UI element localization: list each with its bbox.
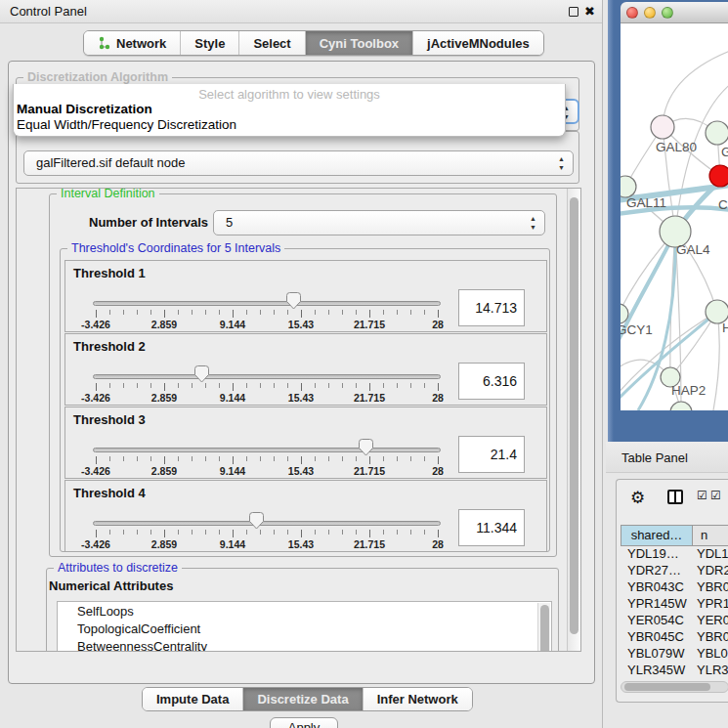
tab-impute-data[interactable]: Impute Data xyxy=(143,688,243,710)
table-row[interactable]: YLR345WYLR3 xyxy=(621,663,728,679)
slider-track[interactable] xyxy=(93,301,441,306)
column-header-name[interactable]: n xyxy=(693,525,728,546)
horizontal-scrollbar[interactable] xyxy=(621,681,728,693)
threshold-label: Threshold 3 xyxy=(73,412,146,427)
threshold-coordinates-legend: Threshold's Coordinates for 5 Intervals xyxy=(67,241,284,255)
network-node[interactable] xyxy=(706,121,728,145)
threshold-coordinates-group: Threshold's Coordinates for 5 Intervals … xyxy=(60,248,550,552)
close-traffic-light[interactable] xyxy=(626,7,638,19)
table-row[interactable]: YDR27…YDR2 xyxy=(621,563,728,579)
threshold-value-field[interactable]: 21.4 xyxy=(458,436,525,473)
float-icon[interactable] xyxy=(569,7,578,17)
numerical-attributes-list: SelfLoops TopologicalCoefficient Between… xyxy=(57,601,552,652)
network-graph: GAL80 GA C GAL11 GAL4 GCY1 H HAP2 xyxy=(621,23,728,410)
table-row[interactable]: YBL079WYBL0 xyxy=(621,646,728,663)
tick-label: 9.144 xyxy=(203,465,262,477)
tab-label: Select xyxy=(253,36,290,51)
zoom-traffic-light[interactable] xyxy=(662,7,673,19)
node-label: GAL11 xyxy=(626,195,666,210)
column-header-shared[interactable]: shared… xyxy=(621,525,693,546)
discretization-algorithm-legend: Discretization Algorithm xyxy=(23,70,172,84)
apply-button[interactable]: Apply xyxy=(270,717,338,728)
tab-style[interactable]: Style xyxy=(181,31,239,55)
threshold-2-panel: Threshold 2 -3.426 2.859 9.144 15.43 21.… xyxy=(64,333,547,406)
top-tab-bar: Network Style Select Cyni Toolbox jActiv… xyxy=(83,30,544,56)
table-row[interactable]: YPR145WYPR1 xyxy=(621,596,728,613)
panel-title: Control Panel xyxy=(10,4,87,19)
tick-label: 15.43 xyxy=(272,392,330,404)
settings-scroll-pane: Interval Definition Number of Intervals … xyxy=(16,188,581,652)
network-node[interactable] xyxy=(621,176,636,197)
scrollbar-thumb[interactable] xyxy=(570,197,578,634)
vertical-scrollbar[interactable] xyxy=(567,189,580,652)
table-data-combobox[interactable]: galFiltered.sif default node ▲▼ xyxy=(23,150,574,176)
table-row[interactable]: YDL19…YDL1 xyxy=(621,546,728,563)
tick-label: 15.43 xyxy=(272,465,330,477)
screen: Control Panel ✖ Network Style Select Cyn… xyxy=(0,0,728,728)
tab-label: Style xyxy=(194,36,225,51)
list-item[interactable]: TopologicalCoefficient xyxy=(77,621,200,639)
tick-marks-major xyxy=(96,530,440,537)
threshold-value-field[interactable]: 14.713 xyxy=(458,289,525,326)
list-item[interactable]: SelfLoops xyxy=(77,604,134,621)
dropdown-item-manual[interactable]: Manual Discretization xyxy=(17,102,152,116)
threshold-value-field[interactable]: 6.316 xyxy=(458,363,525,400)
network-node[interactable] xyxy=(651,115,674,139)
slider-track[interactable] xyxy=(93,448,441,452)
table-row[interactable]: YBR043CYBR0 xyxy=(621,579,728,596)
tick-label: 2.859 xyxy=(135,465,193,477)
checkbox-icon[interactable]: ☑ xyxy=(710,489,721,502)
close-icon[interactable]: ✖ xyxy=(584,4,595,19)
network-canvas[interactable]: GAL80 GA C GAL11 GAL4 GCY1 H HAP2 xyxy=(621,23,728,410)
slider-thumb[interactable] xyxy=(359,439,373,456)
minimize-traffic-light[interactable] xyxy=(644,7,656,19)
slider-track[interactable] xyxy=(93,374,441,379)
node-label: GAL80 xyxy=(656,140,697,154)
tick-label: 9.144 xyxy=(203,538,262,550)
spinner-icon: ▲▼ xyxy=(558,154,565,172)
table-data-value: galFiltered.sif default node xyxy=(36,155,185,170)
number-of-intervals-combobox[interactable]: 5 ▲▼ xyxy=(213,210,545,236)
tab-select[interactable]: Select xyxy=(239,31,305,55)
control-panel-titlebar: Control Panel ✖ xyxy=(0,0,602,23)
threshold-label: Threshold 4 xyxy=(73,486,146,500)
tab-jactivemnodules[interactable]: jActiveMNodules xyxy=(413,31,543,55)
checkbox-icon[interactable]: ☑ xyxy=(697,489,707,502)
tick-label: -3.426 xyxy=(66,392,125,404)
table-row[interactable]: YER054CYER0 xyxy=(621,613,728,629)
tab-infer-network[interactable]: Infer Network xyxy=(364,688,472,710)
slider-thumb[interactable] xyxy=(286,292,301,310)
tab-cyni-toolbox[interactable]: Cyni Toolbox xyxy=(306,31,413,55)
number-of-intervals-label: Number of Intervals xyxy=(89,215,208,230)
tick-label: 21.715 xyxy=(340,538,399,550)
tick-label: 2.859 xyxy=(135,392,193,404)
split-columns-icon[interactable] xyxy=(667,490,683,504)
tab-label: Discretize Data xyxy=(257,692,348,707)
network-icon xyxy=(98,36,111,50)
slider-thumb[interactable] xyxy=(249,512,264,530)
scrollbar-thumb[interactable] xyxy=(624,683,710,691)
tab-label: Network xyxy=(116,36,166,51)
network-node-selected[interactable] xyxy=(709,165,728,187)
tab-discretize-data[interactable]: Discretize Data xyxy=(243,688,363,710)
tick-label: 2.859 xyxy=(135,538,193,550)
tab-network[interactable]: Network xyxy=(84,31,181,55)
node-label: H xyxy=(722,321,728,335)
slider-track[interactable] xyxy=(93,521,441,526)
dropdown-item-equal-width[interactable]: Equal Width/Frequency Discretization xyxy=(17,117,236,132)
threshold-value-field[interactable]: 11.344 xyxy=(458,509,525,546)
slider-thumb[interactable] xyxy=(194,365,209,383)
threshold-label: Threshold 2 xyxy=(73,339,146,354)
table-row[interactable]: YBR045CYBR0 xyxy=(621,629,728,646)
tick-marks-major xyxy=(96,310,440,318)
number-of-intervals-value: 5 xyxy=(226,215,233,230)
node-label: GCY1 xyxy=(621,322,653,337)
table-toolbar: ⚙ ☑ ☑ xyxy=(617,480,728,517)
control-panel: Control Panel ✖ Network Style Select Cyn… xyxy=(0,0,603,728)
list-scrollbar[interactable] xyxy=(537,603,550,652)
network-node[interactable] xyxy=(670,402,692,410)
interval-definition-group: Interval Definition Number of Intervals … xyxy=(49,193,557,557)
tick-label: -3.426 xyxy=(66,465,125,477)
gear-icon[interactable]: ⚙ xyxy=(630,488,645,508)
list-item[interactable]: BetweennessCentrality xyxy=(77,639,207,652)
